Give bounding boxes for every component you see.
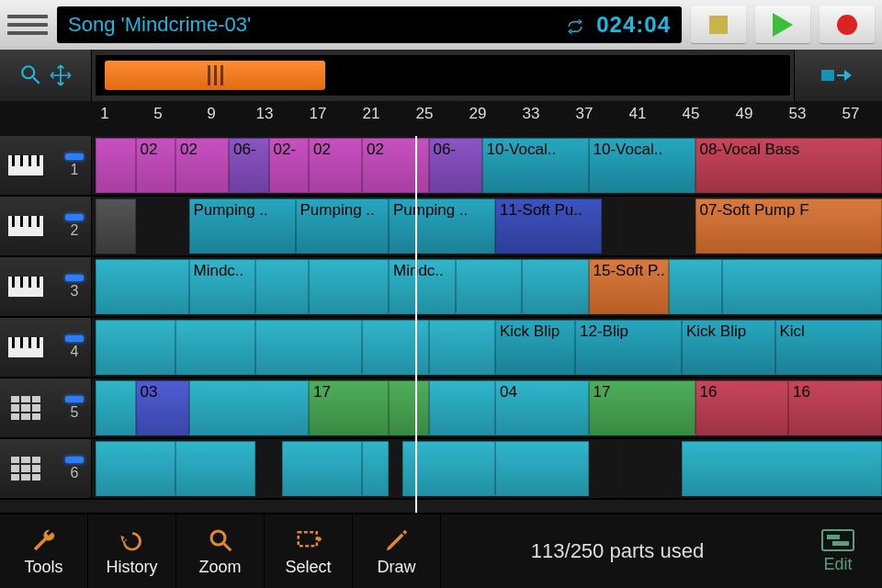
track-lane[interactable]: Mindc..Mindc..15-Soft P.. bbox=[92, 257, 882, 316]
clip[interactable] bbox=[389, 380, 429, 435]
clip[interactable] bbox=[96, 259, 189, 314]
record-icon bbox=[837, 15, 857, 35]
clip[interactable]: 08-Vocal Bass bbox=[695, 138, 882, 193]
clip[interactable]: Kick Blip bbox=[495, 320, 575, 375]
clip[interactable]: 06- bbox=[429, 138, 482, 193]
track-header[interactable]: 2 bbox=[0, 197, 92, 255]
ruler-tick: 13 bbox=[256, 105, 274, 123]
track-header[interactable]: 3 bbox=[0, 257, 92, 316]
tools-button[interactable]: Tools bbox=[0, 514, 88, 588]
clip-label: 02 bbox=[367, 141, 384, 158]
clip[interactable] bbox=[522, 259, 589, 314]
clip[interactable] bbox=[429, 380, 496, 435]
clip[interactable] bbox=[189, 380, 310, 435]
song-display[interactable]: Song 'Mindcrime-03' 024:04 bbox=[57, 6, 682, 43]
clip[interactable]: 03 bbox=[136, 380, 189, 435]
ruler-tick: 5 bbox=[153, 105, 162, 123]
clip[interactable]: 02- bbox=[269, 138, 310, 193]
clip[interactable]: 04 bbox=[495, 380, 589, 435]
track-lane[interactable] bbox=[92, 439, 882, 498]
clip[interactable]: 02 bbox=[175, 138, 229, 193]
clip[interactable] bbox=[362, 441, 389, 496]
clip-label: 02- bbox=[274, 141, 297, 158]
clip-label: Mindc.. bbox=[194, 262, 244, 279]
clip[interactable] bbox=[175, 320, 255, 375]
clip[interactable]: Pumping .. bbox=[189, 198, 296, 254]
clip[interactable] bbox=[429, 320, 496, 375]
clip[interactable]: Pumping .. bbox=[389, 198, 495, 254]
clip[interactable] bbox=[282, 441, 362, 496]
draw-button[interactable]: Draw bbox=[353, 514, 441, 588]
overview-visible-region[interactable] bbox=[105, 61, 325, 90]
track-lane[interactable]: 031704171616 bbox=[92, 379, 882, 437]
track-header[interactable]: 6 bbox=[0, 439, 92, 498]
clip[interactable]: 12-Blip bbox=[575, 320, 682, 375]
bar-ruler[interactable]: 159131721252933374145495357 bbox=[92, 101, 882, 136]
zoom-button[interactable]: Zoom bbox=[176, 514, 265, 588]
track-header[interactable]: 5 bbox=[0, 379, 92, 437]
clip[interactable] bbox=[495, 441, 589, 496]
clip[interactable]: 15-Soft P.. bbox=[589, 259, 669, 314]
edit-button[interactable]: Edit bbox=[794, 514, 882, 588]
clip[interactable]: 10-Vocal.. bbox=[482, 138, 589, 193]
track-activity-led bbox=[65, 396, 84, 402]
clip[interactable]: 02 bbox=[362, 138, 429, 193]
track-number: 1 bbox=[71, 162, 79, 178]
track-header[interactable]: 4 bbox=[0, 318, 92, 377]
clip[interactable]: Mindc.. bbox=[189, 259, 256, 314]
clip[interactable]: Kick Blip bbox=[682, 320, 775, 375]
clip[interactable] bbox=[96, 138, 136, 193]
clip[interactable] bbox=[722, 259, 882, 314]
loop-icon bbox=[567, 17, 583, 33]
clip[interactable]: 02 bbox=[309, 138, 362, 193]
clip-label: Mindc.. bbox=[393, 262, 444, 279]
track-lane[interactable]: 020206-02-020206-10-Vocal..10-Vocal..08-… bbox=[92, 136, 882, 195]
menu-button[interactable] bbox=[7, 8, 48, 41]
track-lane[interactable]: Pumping ..Pumping ..Pumping ..11-Soft Pu… bbox=[92, 197, 882, 255]
svg-point-0 bbox=[22, 66, 34, 78]
clip[interactable]: 10-Vocal.. bbox=[589, 138, 695, 193]
clip[interactable] bbox=[96, 198, 136, 254]
bottom-bar: Tools History Zoom Select Draw 113/250 p… bbox=[0, 513, 882, 588]
clip[interactable]: 16 bbox=[695, 380, 789, 435]
clip[interactable]: 16 bbox=[788, 380, 882, 435]
clip[interactable]: Mindc.. bbox=[389, 259, 456, 314]
clip[interactable] bbox=[309, 259, 389, 314]
song-overview[interactable] bbox=[96, 55, 790, 96]
clip[interactable]: 02 bbox=[136, 138, 176, 193]
clip[interactable]: 11-Soft Pu.. bbox=[495, 198, 602, 254]
clip[interactable] bbox=[255, 320, 362, 375]
clip-label: 17 bbox=[313, 383, 331, 401]
ruler-row: 159131721252933374145495357 bbox=[0, 101, 882, 136]
clip[interactable] bbox=[96, 380, 136, 435]
record-button[interactable] bbox=[820, 6, 875, 43]
clip[interactable] bbox=[669, 259, 722, 314]
move-arrows-icon bbox=[49, 63, 73, 87]
clip[interactable] bbox=[456, 259, 523, 314]
zoom-pan-tool[interactable] bbox=[0, 50, 92, 101]
clip[interactable]: 17 bbox=[589, 380, 695, 435]
clip[interactable]: Pumping .. bbox=[296, 198, 390, 254]
clip[interactable] bbox=[255, 259, 309, 314]
clip[interactable]: 06- bbox=[229, 138, 269, 193]
snap-toggle[interactable] bbox=[794, 50, 882, 101]
history-button[interactable]: History bbox=[88, 514, 176, 588]
clip[interactable]: Kicl bbox=[775, 320, 882, 375]
clip[interactable] bbox=[682, 441, 882, 496]
clip[interactable] bbox=[96, 320, 175, 375]
select-button[interactable]: Select bbox=[265, 514, 353, 588]
piano-keys-icon bbox=[7, 153, 44, 177]
clip[interactable] bbox=[362, 320, 429, 375]
clip-label: Pumping .. bbox=[194, 201, 268, 219]
stop-button[interactable] bbox=[691, 6, 746, 43]
track-row: 3Mindc..Mindc..15-Soft P.. bbox=[0, 257, 882, 318]
clip[interactable] bbox=[175, 441, 255, 496]
clip[interactable]: 17 bbox=[309, 380, 389, 435]
play-button[interactable] bbox=[755, 6, 810, 43]
clip-label: 02 bbox=[141, 141, 158, 158]
clip[interactable]: 07-Soft Pump F bbox=[695, 198, 882, 254]
track-lane[interactable]: Kick Blip12-BlipKick BlipKicl bbox=[92, 318, 882, 377]
track-header[interactable]: 1 bbox=[0, 136, 92, 195]
clip[interactable] bbox=[96, 441, 175, 496]
playhead[interactable] bbox=[415, 136, 417, 513]
